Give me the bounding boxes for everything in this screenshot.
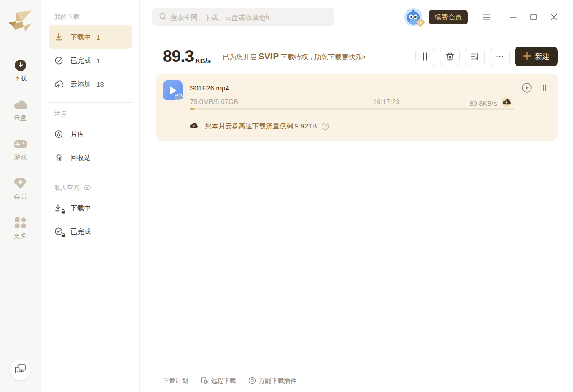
lock-icon (61, 209, 65, 214)
film-reel-icon (54, 130, 63, 139)
close-icon[interactable] (550, 14, 558, 21)
sort-button[interactable] (465, 47, 485, 66)
thunder-logo (7, 9, 33, 36)
total-speed-unit: KB/s (195, 57, 211, 65)
menu-icon[interactable] (483, 14, 490, 21)
footer-links: 下载计划 远程下载 万能下载插件 (163, 377, 297, 386)
sidebar-item-count: 13 (96, 80, 104, 88)
rail-item-more[interactable]: 更多 (14, 216, 27, 240)
sidebar-item-label: 已完成 (71, 227, 91, 236)
rail-item-label: 会员 (14, 193, 27, 201)
task-filename: S01E26.mp4 (190, 84, 229, 92)
svg-text:?: ? (324, 124, 327, 129)
download-task-card[interactable]: S01E26.mp4 79.0MB/5.07GB 16:17:23 89.3KB… (156, 74, 558, 141)
gem-icon (14, 177, 27, 189)
sidebar-item-label: 已完成 (71, 57, 91, 65)
task-speed-value: 89.3KB/s (469, 99, 497, 107)
progress-fill (190, 108, 195, 110)
toolbar: 89.3 KB/s 已为您开启 SVIP 下载特权，助您下载更快乐> (156, 47, 558, 66)
minimize-icon[interactable] (510, 14, 517, 21)
gamepad-icon (14, 137, 28, 150)
universal-plugin-link[interactable]: 万能下载插件 (248, 377, 297, 386)
download-circle-icon (14, 59, 27, 71)
remote-download-icon (200, 377, 208, 386)
sidebar-item-recycle-bin[interactable]: 回收站 (49, 146, 132, 170)
main-area: 续费会员 (140, 0, 573, 392)
total-speed-value: 89.3 (163, 47, 194, 66)
check-lock-icon (54, 227, 63, 236)
cloud-icon (14, 98, 27, 111)
sidebar-item-media-library[interactable]: 片库 (49, 123, 132, 146)
sidebar-item-completed[interactable]: 已完成 1 (49, 49, 132, 72)
sidebar-item-count: 1 (96, 57, 100, 65)
search-box[interactable] (152, 8, 334, 26)
sidebar-item-private-completed[interactable]: 已完成 (49, 220, 132, 243)
pause-all-button[interactable] (415, 47, 435, 66)
traffic-notice-text: 您本月云盘高速下载流量仅剩 9.92TB (205, 122, 317, 131)
sidebar-section-common: 常用 (54, 109, 132, 120)
cloud-speedup-badge[interactable] (501, 97, 512, 109)
sidebar-item-cloud-add[interactable]: 云添加 13 (49, 72, 132, 96)
sidebar: 我的下载 下载中 1 已完成 1 云添加 13 (41, 0, 140, 392)
sidebar-item-label: 云添加 (71, 80, 91, 89)
user-avatar[interactable] (404, 8, 422, 26)
device-transfer-button[interactable] (10, 359, 31, 380)
new-task-button[interactable]: 新建 (515, 47, 558, 66)
search-icon (159, 12, 167, 22)
sidebar-divider (49, 176, 132, 176)
topbar: 续费会员 (140, 0, 573, 34)
rail-item-label: 游戏 (14, 153, 27, 161)
rail-item-label: 更多 (14, 232, 27, 240)
lock-icon (61, 233, 65, 237)
svip-banner[interactable]: 已为您开启 SVIP 下载特权，助您下载更快乐> (223, 52, 366, 61)
phone-monitor-icon (14, 364, 26, 376)
plus-icon (523, 52, 531, 62)
traffic-notice: 您本月云盘高速下载流量仅剩 9.92TB ? (189, 121, 329, 132)
left-rail: 下载 云盘 游戏 会员 (0, 0, 41, 392)
progress-bar (190, 108, 514, 110)
rail-item-games[interactable]: 游戏 (14, 137, 28, 161)
cloud-download-icon (189, 121, 199, 132)
rail-item-cloud-drive[interactable]: 云盘 (14, 98, 27, 122)
rail-item-label: 云盘 (14, 114, 27, 122)
download-lock-icon (54, 203, 63, 213)
divider (194, 378, 194, 384)
downloading-icon (54, 33, 63, 42)
more-options-button[interactable] (490, 47, 510, 66)
sidebar-section-my-downloads: 我的下载 (54, 12, 132, 23)
video-file-icon (163, 80, 183, 100)
sidebar-item-private-downloading[interactable]: 下载中 (49, 196, 132, 220)
vip-diamond-badge (416, 19, 425, 28)
task-controls (522, 83, 548, 93)
check-circle-icon (54, 56, 63, 65)
sidebar-item-downloading[interactable]: 下载中 1 (49, 25, 132, 49)
remote-download-link[interactable]: 远程下载 (200, 377, 236, 386)
divider (500, 14, 500, 21)
download-plan-link[interactable]: 下载计划 (163, 377, 188, 385)
new-task-label: 新建 (535, 52, 549, 61)
renew-membership-button[interactable]: 续费会员 (429, 10, 468, 24)
delete-button[interactable] (440, 47, 460, 66)
pause-task-icon[interactable] (541, 84, 548, 91)
sidebar-divider (49, 102, 132, 103)
sidebar-item-count: 1 (96, 33, 100, 41)
task-speed: 89.3KB/s (469, 97, 512, 109)
rail-item-label: 下载 (14, 75, 27, 83)
play-preview-icon[interactable] (522, 83, 532, 93)
sidebar-section-private-space: 私人空间 (54, 183, 132, 194)
help-icon[interactable]: ? (322, 123, 329, 130)
rail-item-membership[interactable]: 会员 (14, 177, 27, 201)
sidebar-item-label: 下载中 (71, 204, 91, 213)
search-input[interactable] (170, 14, 328, 21)
sidebar-item-label: 回收站 (71, 154, 91, 162)
task-size-progress: 79.0MB/5.07GB (190, 98, 238, 105)
more-grid-icon (14, 216, 27, 229)
plugin-icon (248, 377, 256, 386)
window-controls (483, 14, 558, 21)
svip-label: SVIP (258, 52, 279, 61)
eye-icon[interactable] (83, 184, 91, 192)
maximize-icon[interactable] (530, 14, 537, 21)
cloud-add-icon (54, 80, 63, 89)
rail-item-download[interactable]: 下载 (14, 59, 27, 83)
sidebar-item-label: 片库 (71, 130, 84, 139)
